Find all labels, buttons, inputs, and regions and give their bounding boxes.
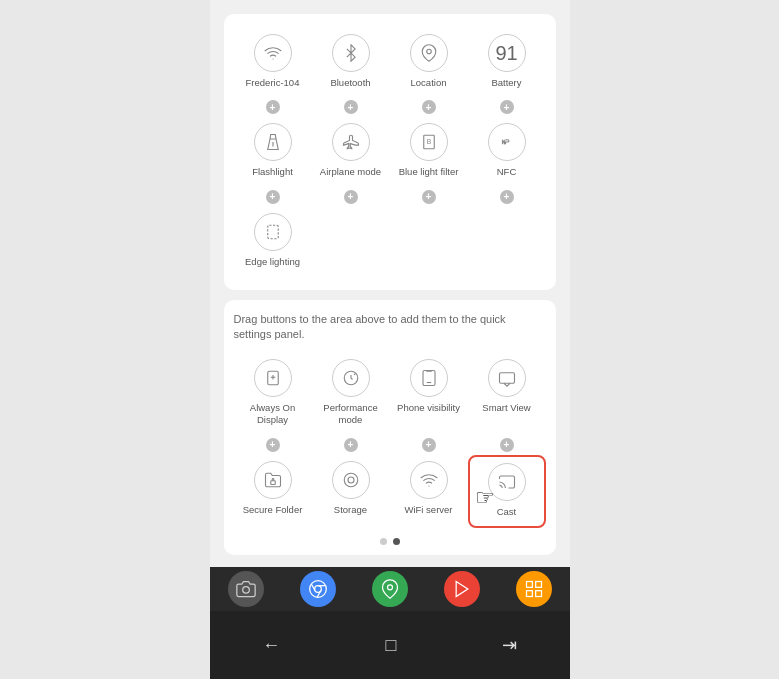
flashlight-icon bbox=[254, 123, 292, 161]
qs-battery-label: Battery bbox=[491, 77, 521, 89]
add-btn-4[interactable]: + bbox=[468, 97, 546, 117]
bottom-app-icons bbox=[210, 567, 570, 611]
bluetooth-icon bbox=[332, 34, 370, 72]
qs-nfc[interactable]: NFC bbox=[468, 117, 546, 186]
svg-rect-12 bbox=[499, 373, 514, 384]
svg-point-14 bbox=[344, 473, 358, 487]
nav-home-button[interactable]: □ bbox=[386, 635, 397, 656]
qs-nfc-label: NFC bbox=[497, 166, 517, 178]
dot-1[interactable] bbox=[380, 538, 387, 545]
drag-secure-folder-label: Secure Folder bbox=[243, 504, 303, 516]
dot-2[interactable] bbox=[393, 538, 400, 545]
svg-rect-13 bbox=[270, 480, 275, 484]
svg-point-17 bbox=[242, 587, 249, 594]
add-btn-d3[interactable]: + bbox=[390, 435, 468, 455]
qs-flashlight[interactable]: Flashlight bbox=[234, 117, 312, 186]
drag-cast[interactable]: Cast bbox=[468, 455, 546, 528]
nav-back-button[interactable]: ← bbox=[262, 635, 280, 656]
svg-point-23 bbox=[387, 585, 392, 590]
svg-marker-24 bbox=[456, 582, 468, 597]
drag-performance[interactable]: Performance mode bbox=[312, 353, 390, 435]
drag-storage-label: Storage bbox=[334, 504, 367, 516]
qs-location[interactable]: Location bbox=[390, 28, 468, 97]
nav-bar: ← □ ⇥ bbox=[210, 611, 570, 679]
qs-edge-lighting[interactable]: Edge lighting bbox=[234, 207, 312, 276]
add-btn-d2[interactable]: + bbox=[312, 435, 390, 455]
qs-wifi-label: Frederic-104 bbox=[246, 77, 300, 89]
qs-flashlight-label: Flashlight bbox=[252, 166, 293, 178]
svg-text:B: B bbox=[426, 139, 431, 146]
phone-container: Frederic-104 Bluetooth Location 91 bbox=[210, 0, 570, 679]
svg-rect-4 bbox=[267, 225, 278, 239]
svg-point-15 bbox=[348, 477, 354, 483]
add-btn-7[interactable]: + bbox=[390, 187, 468, 207]
drag-smart-view-label: Smart View bbox=[482, 402, 530, 414]
qs-bluelight-label: Blue light filter bbox=[399, 166, 459, 178]
qs-bluelight[interactable]: B Blue light filter bbox=[390, 117, 468, 186]
svg-rect-28 bbox=[535, 591, 541, 597]
drag-aod[interactable]: Always On Display bbox=[234, 353, 312, 435]
qs-bluetooth-label: Bluetooth bbox=[330, 77, 370, 89]
drag-smart-view[interactable]: Smart View bbox=[468, 353, 546, 435]
qs-airplane[interactable]: Airplane mode bbox=[312, 117, 390, 186]
add-btn-6[interactable]: + bbox=[312, 187, 390, 207]
app-camera[interactable] bbox=[228, 571, 264, 607]
performance-icon bbox=[332, 359, 370, 397]
edge-lighting-icon bbox=[254, 213, 292, 251]
nfc-icon bbox=[488, 123, 526, 161]
svg-point-0 bbox=[426, 49, 431, 54]
wifi-icon bbox=[254, 34, 292, 72]
qs-wifi[interactable]: Frederic-104 bbox=[234, 28, 312, 97]
cast-icon bbox=[488, 463, 526, 501]
qs-battery[interactable]: 91 Battery bbox=[468, 28, 546, 97]
app-chrome[interactable] bbox=[300, 571, 336, 607]
battery-value: 91 bbox=[495, 42, 517, 65]
svg-rect-25 bbox=[526, 582, 532, 588]
qs-location-label: Location bbox=[411, 77, 447, 89]
battery-icon: 91 bbox=[488, 34, 526, 72]
add-btn-1[interactable]: + bbox=[234, 97, 312, 117]
drag-phone-visibility[interactable]: Phone visibility bbox=[390, 353, 468, 435]
drag-performance-label: Performance mode bbox=[314, 402, 388, 427]
svg-rect-10 bbox=[423, 370, 435, 385]
bluelight-icon: B bbox=[410, 123, 448, 161]
location-icon bbox=[410, 34, 448, 72]
qs-airplane-label: Airplane mode bbox=[320, 166, 381, 178]
drag-phone-visibility-label: Phone visibility bbox=[397, 402, 460, 414]
wifi-server-icon bbox=[410, 461, 448, 499]
svg-line-9 bbox=[354, 374, 355, 375]
drag-cast-label: Cast bbox=[497, 506, 517, 518]
drag-aod-label: Always On Display bbox=[236, 402, 310, 427]
drag-wifi-server-label: WiFi server bbox=[404, 504, 452, 516]
add-btn-d1[interactable]: + bbox=[234, 435, 312, 455]
secure-folder-icon bbox=[254, 461, 292, 499]
drag-area: Drag buttons to the area above to add th… bbox=[224, 300, 556, 555]
app-maps[interactable] bbox=[372, 571, 408, 607]
app-play[interactable] bbox=[444, 571, 480, 607]
smart-view-icon bbox=[488, 359, 526, 397]
aod-icon bbox=[254, 359, 292, 397]
add-btn-8[interactable]: + bbox=[468, 187, 546, 207]
svg-rect-27 bbox=[526, 591, 532, 597]
airplane-icon bbox=[332, 123, 370, 161]
app-extra[interactable] bbox=[516, 571, 552, 607]
storage-icon bbox=[332, 461, 370, 499]
qs-edge-lighting-label: Edge lighting bbox=[245, 256, 300, 268]
nav-recent-button[interactable]: ⇥ bbox=[502, 634, 517, 656]
add-btn-d4[interactable]: + bbox=[468, 435, 546, 455]
qs-bluetooth[interactable]: Bluetooth bbox=[312, 28, 390, 97]
add-btn-3[interactable]: + bbox=[390, 97, 468, 117]
pagination bbox=[234, 538, 546, 545]
drag-hint-text: Drag buttons to the area above to add th… bbox=[234, 312, 546, 343]
quick-settings-panel: Frederic-104 Bluetooth Location 91 bbox=[224, 14, 556, 290]
phone-visibility-icon bbox=[410, 359, 448, 397]
add-btn-2[interactable]: + bbox=[312, 97, 390, 117]
drag-secure-folder[interactable]: Secure Folder bbox=[234, 455, 312, 528]
svg-rect-26 bbox=[535, 582, 541, 588]
drag-storage[interactable]: Storage bbox=[312, 455, 390, 528]
add-btn-5[interactable]: + bbox=[234, 187, 312, 207]
drag-wifi-server[interactable]: WiFi server bbox=[390, 455, 468, 528]
